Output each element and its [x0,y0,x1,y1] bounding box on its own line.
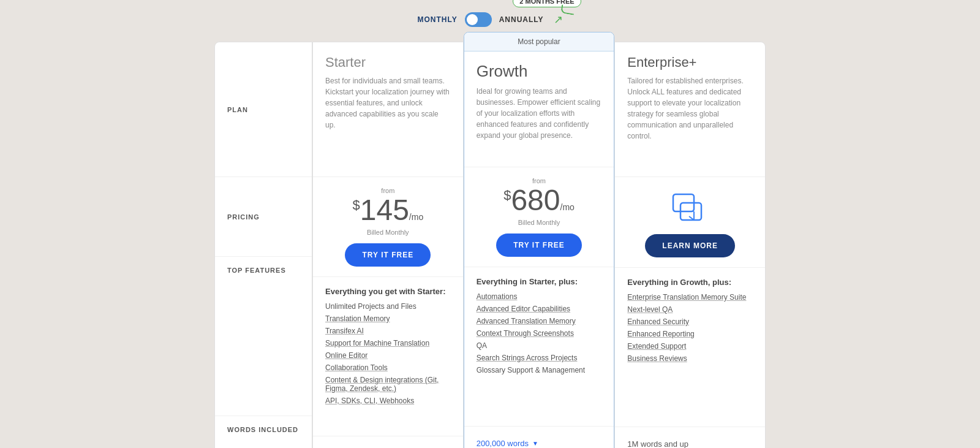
growth-words-section: 200,000 words ▼ [464,427,614,448]
starter-words-section: 50,000 words ▼ [313,436,463,448]
enterprise-feature-2[interactable]: Next-level QA [627,305,753,314]
starter-currency: $ [352,197,360,213]
starter-price: $145/mo [352,194,423,226]
words-label-section: WORDS INCLUDED [215,416,312,443]
growth-feature-1[interactable]: Automations [477,292,602,301]
features-label-section: TOP FEATURES [215,257,312,416]
starter-price-value: 145 [360,194,409,226]
growth-price-display: $680/mo [477,186,602,215]
starter-feature-5[interactable]: Online Editor [325,351,451,360]
growth-words-chevron: ▼ [532,440,538,447]
growth-feature-7: Glossary Support & Management [477,366,602,374]
growth-feature-3[interactable]: Advanced Translation Memory [477,317,602,325]
starter-cta-button[interactable]: TRY IT FREE [345,243,431,267]
starter-column: Starter Best for individuals and small t… [312,42,464,448]
enterprise-feature-5[interactable]: Extended Support [627,342,753,351]
growth-feature-2[interactable]: Advanced Editor Capabilities [477,305,602,313]
toggle-knob [467,14,478,25]
growth-feature-4[interactable]: Context Through Screenshots [477,329,602,338]
starter-features-title: Everything you get with Starter: [325,287,451,296]
starter-plan-desc: Best for individuals and small teams. Ki… [325,75,451,131]
growth-features-title: Everything in Starter, plus: [477,277,602,286]
growth-plan-name: Growth [477,62,602,81]
growth-plan-section: Growth Ideal for growing teams and busin… [464,32,614,167]
annually-label: ANNUALLY [499,15,544,24]
plan-label-section: PLAN [215,42,312,177]
enterprise-words-value: 1M words and up [627,439,753,448]
growth-price-value: 680 [511,184,560,216]
enterprise-words-section: 1M words and up [615,427,765,448]
starter-feature-3[interactable]: Transifex AI [325,327,451,335]
top-features-label: TOP FEATURES [227,267,286,274]
growth-pricing-section: from $680/mo Billed Monthly TRY IT FREE [464,167,614,267]
labels-column: PLAN PRICING TOP FEATURES WORDS INCLUDED [214,42,312,448]
starter-features-section: Everything you get with Starter: Unlimit… [313,277,463,436]
enterprise-feature-3[interactable]: Enhanced Security [627,317,753,326]
plans-container: PLAN PRICING TOP FEATURES WORDS INCLUDED… [214,42,766,448]
growth-price: $680/mo [503,184,575,216]
enterprise-plan-desc: Tailored for established enterprises. Un… [627,75,753,142]
growth-feature-6[interactable]: Search Strings Across Projects [477,354,602,362]
starter-plan-name: Starter [325,55,451,70]
starter-feature-1: Unlimited Projects and Files [325,302,451,311]
growth-period: /mo [560,202,575,212]
months-free-badge: 2 MONTHS FREE [513,0,581,7]
growth-column: Most popular Growth Ideal for growing te… [464,32,615,448]
enterprise-plan-section: Enterprise+ Tailored for established ent… [615,42,765,177]
growth-words-value: 200,000 words [477,439,529,448]
growth-feature-5: QA [477,341,602,350]
enterprise-feature-4[interactable]: Enhanced Reporting [627,330,753,338]
enterprise-feature-6[interactable]: Business Reviews [627,354,753,363]
billing-toggle-area: 2 MONTHS FREE MONTHLY ANNUALLY ↗ [417,12,562,27]
starter-price-display: $145/mo [325,196,451,225]
growth-currency: $ [503,188,511,203]
pricing-label: PRICING [227,213,260,221]
words-included-label: WORDS INCLUDED [227,426,298,433]
starter-feature-6[interactable]: Collaboration Tools [325,363,451,372]
starter-plan-section: Starter Best for individuals and small t… [313,42,463,177]
growth-cta-button[interactable]: TRY IT FREE [496,233,582,257]
chat-icon [627,193,753,227]
pricing-label-section: PRICING [215,177,312,257]
starter-feature-7[interactable]: Content & Design integrations (Git, Figm… [325,376,451,393]
enterprise-column: Enterprise+ Tailored for established ent… [614,42,766,448]
enterprise-plan-name: Enterprise+ [627,55,753,70]
enterprise-feature-1[interactable]: Enterprise Translation Memory Suite [627,293,753,302]
arrow-icon: ↗ [554,13,563,26]
starter-billed: Billed Monthly [325,229,451,236]
growth-words-dropdown[interactable]: 200,000 words ▼ [477,439,602,448]
growth-plan-desc: Ideal for growing teams and businesses. … [477,86,602,141]
enterprise-pricing-section: LEARN MORE [615,177,765,268]
growth-billed: Billed Monthly [477,219,602,226]
plan-label: PLAN [227,106,248,113]
starter-feature-2[interactable]: Translation Memory [325,314,451,323]
starter-period: /mo [409,212,423,222]
starter-feature-8[interactable]: API, SDKs, CLI, Webhooks [325,397,451,405]
enterprise-features-title: Everything in Growth, plus: [627,278,753,287]
monthly-label: MONTHLY [417,15,457,24]
growth-features-section: Everything in Starter, plus: Automations… [464,267,614,427]
enterprise-features-section: Everything in Growth, plus: Enterprise T… [615,268,765,427]
starter-pricing-section: from $145/mo Billed Monthly TRY IT FREE [313,177,463,277]
most-popular-badge: Most popular [464,32,614,51]
starter-feature-4[interactable]: Support for Machine Translation [325,339,451,347]
enterprise-cta-button[interactable]: LEARN MORE [645,234,735,257]
billing-toggle[interactable] [465,12,492,27]
